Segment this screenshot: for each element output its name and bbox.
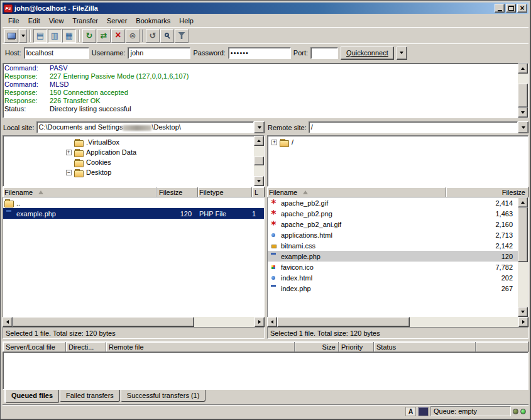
column-header-filename[interactable]: Filename (268, 187, 446, 197)
remote-file-row[interactable]: apache_pb2.gif 2,414 (268, 197, 518, 208)
tree-expander-icon[interactable] (66, 170, 72, 175)
menu-item[interactable]: File (4, 15, 24, 26)
port-input[interactable] (310, 47, 338, 59)
remote-file-row[interactable]: apache_pb2.png 1,463 (268, 208, 518, 219)
folder-icon (74, 138, 84, 147)
log-line-label: Command: (4, 80, 50, 89)
remote-file-row[interactable]: favicon.ico 7,782 (268, 262, 518, 272)
local-site-dropdown-button[interactable] (254, 121, 265, 133)
minimize-button[interactable] (495, 4, 505, 13)
remote-file-row[interactable]: index.php 267 (268, 283, 518, 294)
local-tree-scrollbar[interactable] (254, 136, 264, 186)
column-header-status[interactable]: Status (374, 342, 476, 351)
logview-toggle-button[interactable] (33, 29, 47, 43)
quickconnect-dropdown-button[interactable] (397, 47, 407, 60)
maximize-button[interactable] (506, 4, 516, 13)
site-manager-dropdown-button[interactable] (19, 29, 27, 43)
username-input[interactable] (128, 47, 190, 59)
column-header-filename[interactable]: Filename (3, 187, 156, 197)
transfer-queue-list[interactable] (3, 352, 528, 390)
queue-tab[interactable]: Failed transfers (60, 390, 120, 402)
remote-file-row[interactable]: example.php 120 (268, 251, 518, 262)
remote-file-row[interactable]: index.html 202 (268, 272, 518, 283)
menu-item[interactable]: Server (102, 15, 131, 26)
file-size: 120 (156, 210, 198, 218)
file-icon (269, 231, 278, 240)
tree-expander-icon[interactable] (66, 150, 72, 155)
remote-file-row[interactable]: bitnami.css 2,142 (268, 240, 518, 251)
site-manager-button[interactable] (4, 29, 18, 43)
scroll-thumb[interactable] (518, 207, 528, 262)
disconnect-button[interactable] (126, 29, 140, 43)
cancel-button[interactable] (111, 29, 125, 43)
close-button[interactable] (517, 4, 527, 13)
scroll-right-button[interactable] (255, 317, 265, 327)
column-header-remote-file[interactable]: Remote file (106, 342, 295, 351)
queue-icon[interactable] (418, 407, 429, 416)
scroll-up-button[interactable] (518, 64, 528, 74)
reconnect-button[interactable] (146, 29, 160, 43)
remote-list-scrollbar[interactable] (518, 197, 528, 317)
host-input[interactable] (24, 47, 89, 59)
scroll-thumb[interactable] (13, 317, 194, 327)
scroll-right-button[interactable] (518, 317, 528, 327)
column-header-lastmodified[interactable]: L (252, 187, 264, 197)
filter-button[interactable] (175, 29, 189, 43)
local-site-combobox[interactable]: C:\Documents and Settings\Desktop\ (36, 121, 265, 133)
column-header-filetype[interactable]: Filetype (198, 187, 252, 197)
folder-icon (74, 169, 84, 177)
menu-item[interactable]: Help (175, 15, 198, 26)
remote-site-dropdown-button[interactable] (518, 121, 528, 133)
password-input[interactable] (228, 47, 291, 59)
column-header-priority[interactable]: Priority (339, 342, 374, 351)
log-scrollbar[interactable] (518, 64, 528, 118)
find-files-button[interactable] (160, 29, 174, 43)
transfer-mode-icon[interactable]: A (405, 407, 416, 416)
scroll-up-button[interactable] (254, 136, 264, 146)
tree-item[interactable]: Cookies (3, 157, 254, 167)
tree-item[interactable]: Application Data (3, 147, 254, 157)
tree-expander-icon[interactable] (271, 140, 277, 145)
file-icon (269, 263, 278, 272)
local-file-row[interactable]: .. (3, 197, 264, 208)
queue-tab[interactable]: Queued files (5, 390, 59, 403)
remote-file-row[interactable]: apache_pb2_ani.gif 2,160 (268, 219, 518, 229)
remote-horizontal-scrollbar[interactable] (267, 317, 528, 327)
menu-item[interactable]: View (45, 15, 68, 26)
file-name: example.php (16, 210, 56, 218)
remote-file-row[interactable]: applications.html 2,713 (268, 229, 518, 240)
column-header-server-local-file[interactable]: Server/Local file (3, 342, 66, 351)
scroll-left-button[interactable] (267, 317, 277, 327)
scroll-thumb[interactable] (277, 317, 410, 327)
column-header-direction[interactable]: Directi... (66, 342, 106, 351)
local-file-row[interactable]: example.php 120 PHP File 1 (3, 208, 264, 219)
tree-item[interactable]: .VirtualBox (3, 137, 254, 147)
scroll-down-button[interactable] (518, 108, 528, 118)
local-horizontal-scrollbar[interactable] (3, 317, 265, 327)
menu-item[interactable]: Transfer (68, 15, 102, 26)
scroll-down-button[interactable] (254, 176, 264, 186)
tree-item[interactable]: Desktop (3, 167, 254, 177)
file-size: 1,463 (446, 210, 518, 218)
scroll-thumb[interactable] (254, 157, 264, 165)
log-line: Response: 227 Entering Passive Mode (127… (4, 72, 518, 80)
scroll-thumb[interactable] (518, 84, 528, 108)
remote-site-combobox[interactable]: / (309, 121, 528, 133)
column-header-filesize[interactable]: Filesize (446, 187, 528, 197)
process-queue-button[interactable] (97, 29, 111, 43)
menu-item[interactable]: Bookmarks (131, 15, 175, 26)
local-tree-toggle-button[interactable] (48, 29, 62, 43)
scroll-left-button[interactable] (3, 317, 13, 327)
titlebar[interactable]: Fz john@localhost - FileZilla (3, 3, 528, 14)
scroll-down-button[interactable] (518, 307, 528, 317)
tree-item[interactable]: / (268, 137, 528, 147)
refresh-button[interactable] (82, 29, 96, 43)
column-header-filesize[interactable]: Filesize (156, 187, 198, 197)
queue-tab[interactable]: Successful transfers (1) (121, 390, 206, 402)
remote-tree-toggle-button[interactable] (62, 29, 76, 43)
folder-icon (74, 158, 84, 167)
scroll-up-button[interactable] (518, 197, 528, 207)
menu-item[interactable]: Edit (24, 15, 45, 26)
quickconnect-button[interactable]: Quickconnect (341, 47, 394, 60)
column-header-size[interactable]: Size (295, 342, 339, 351)
